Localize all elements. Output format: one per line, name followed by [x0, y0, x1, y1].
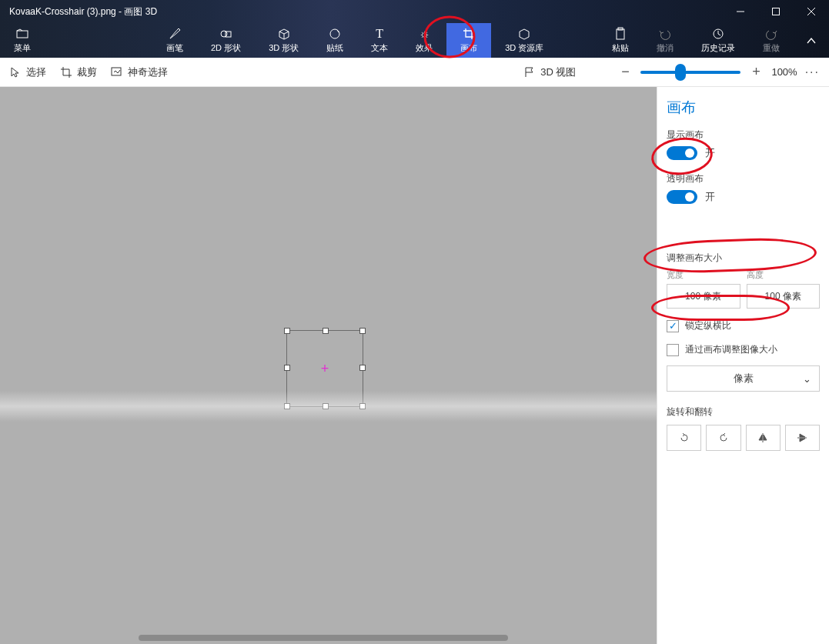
ribbon: 菜单 画笔 2D 形状 3D 形状 贴纸 T 文本 ☼ 效果 画布 3D 资源库…: [0, 23, 829, 58]
zoom-in-button[interactable]: +: [748, 65, 764, 80]
crosshair-content: +: [321, 361, 329, 377]
history-icon: [711, 27, 725, 41]
zoom-slider[interactable]: [640, 71, 740, 74]
crop-icon: [462, 27, 476, 41]
redo-icon: [764, 27, 778, 41]
paste-button[interactable]: 粘贴: [598, 23, 643, 58]
rotate-cw-icon: [717, 432, 730, 444]
show-canvas-toggle[interactable]: [667, 146, 697, 160]
resize-image-label: 通过画布调整图像大小: [685, 343, 777, 356]
stickers-tab[interactable]: 贴纸: [313, 23, 357, 58]
view3d-button[interactable]: 3D 视图: [523, 65, 576, 79]
horizontal-scrollbar[interactable]: [139, 635, 508, 641]
resize-image-checkbox[interactable]: [667, 344, 679, 356]
resize-image-row[interactable]: 通过画布调整图像大小: [667, 343, 820, 356]
rotate-ccw-icon: [678, 432, 690, 444]
resize-handle-w[interactable]: [284, 365, 290, 371]
title-bar: KovaaK-Crosshair (3).png - 画图 3D: [0, 0, 829, 23]
flip-horizontal-button[interactable]: [746, 425, 781, 451]
resize-handle-n[interactable]: [323, 328, 329, 334]
text-tab[interactable]: T 文本: [357, 23, 402, 58]
unit-value: 像素: [734, 372, 754, 385]
cube-icon: [277, 27, 291, 41]
unit-dropdown[interactable]: 像素 ⌄: [667, 365, 820, 392]
height-input[interactable]: 100 像素: [747, 284, 821, 309]
canvas-panel: 画布 显示画布 开 透明画布 开 调整画布大小 宽度 100 像素 高度 100…: [657, 87, 829, 644]
clipboard-icon: [613, 27, 627, 41]
magic-icon: [111, 66, 123, 78]
flip-vertical-button[interactable]: [785, 425, 820, 451]
zoom-out-button[interactable]: −: [617, 65, 633, 80]
width-input[interactable]: 100 像素: [667, 284, 740, 309]
transparent-canvas-label: 透明画布: [667, 172, 820, 185]
svg-rect-1: [773, 8, 780, 15]
canvas-workspace[interactable]: +: [0, 87, 657, 644]
close-button[interactable]: [794, 0, 829, 23]
svg-point-7: [330, 29, 339, 38]
library-icon: [517, 27, 531, 41]
effects-tab[interactable]: ☼ 效果: [402, 23, 446, 58]
flip-h-icon: [757, 432, 769, 444]
zoom-controls: − + 100% ···: [617, 65, 820, 80]
secondary-toolbar: 选择 裁剪 神奇选择 3D 视图 − + 100% ···: [0, 58, 829, 87]
rotate-title: 旋转和翻转: [667, 405, 820, 419]
flag-icon: [523, 66, 536, 78]
lock-aspect-checkbox[interactable]: [667, 320, 679, 332]
more-button[interactable]: ···: [805, 65, 820, 79]
brush-icon: [168, 27, 182, 41]
cursor-icon: [9, 66, 22, 78]
width-label: 宽度: [667, 269, 740, 281]
crop-tool-icon: [60, 66, 72, 78]
resize-handle-ne[interactable]: [359, 328, 366, 334]
resize-handle-sw[interactable]: [284, 403, 290, 409]
redo-button[interactable]: 重做: [749, 23, 794, 58]
canvas-tab[interactable]: 画布: [446, 23, 491, 58]
history-button[interactable]: 历史记录: [687, 23, 749, 58]
menu-button[interactable]: 菜单: [0, 23, 45, 58]
chevron-down-icon: ⌄: [803, 373, 811, 385]
panel-title: 画布: [667, 98, 820, 118]
height-label: 高度: [747, 269, 821, 281]
crop-tool[interactable]: 裁剪: [60, 65, 97, 79]
maximize-button[interactable]: [758, 0, 794, 23]
magic-select-tool[interactable]: 神奇选择: [111, 65, 168, 79]
svg-rect-4: [17, 31, 28, 38]
zoom-thumb[interactable]: [675, 64, 686, 81]
resize-handle-e[interactable]: [359, 365, 366, 371]
canvas-selection[interactable]: +: [286, 330, 363, 407]
sticker-icon: [328, 27, 342, 41]
chevron-up-icon: [806, 35, 817, 46]
resize-title: 调整画布大小: [667, 252, 820, 265]
collapse-ribbon-button[interactable]: [794, 23, 829, 58]
effects-icon: ☼: [417, 27, 431, 41]
resize-handle-se[interactable]: [359, 403, 366, 409]
shapes2d-icon: [219, 27, 233, 41]
transparent-canvas-toggle[interactable]: [667, 190, 697, 204]
resize-handle-s[interactable]: [323, 403, 329, 409]
lock-aspect-row[interactable]: 锁定纵横比: [667, 319, 820, 332]
minimize-button[interactable]: [723, 0, 758, 23]
rotate-ccw-button[interactable]: [667, 425, 701, 451]
svg-rect-8: [617, 29, 624, 39]
lock-aspect-label: 锁定纵横比: [685, 319, 731, 332]
zoom-percent: 100%: [771, 66, 797, 78]
resize-handle-nw[interactable]: [284, 328, 290, 334]
folder-icon: [15, 27, 29, 41]
show-canvas-state: 开: [705, 146, 715, 160]
shapes2d-tab[interactable]: 2D 形状: [197, 23, 255, 58]
flip-v-icon: [796, 432, 808, 444]
library3d-tab[interactable]: 3D 资源库: [491, 23, 557, 58]
undo-icon: [658, 27, 672, 41]
undo-button[interactable]: 撤消: [643, 23, 687, 58]
rotate-cw-button[interactable]: [706, 425, 740, 451]
shapes3d-tab[interactable]: 3D 形状: [255, 23, 313, 58]
transparent-canvas-state: 开: [705, 190, 715, 204]
brushes-tab[interactable]: 画笔: [152, 23, 197, 58]
show-canvas-label: 显示画布: [667, 128, 820, 142]
select-tool[interactable]: 选择: [9, 65, 46, 79]
text-icon: T: [373, 27, 386, 41]
window-title: KovaaK-Crosshair (3).png - 画图 3D: [9, 5, 157, 18]
